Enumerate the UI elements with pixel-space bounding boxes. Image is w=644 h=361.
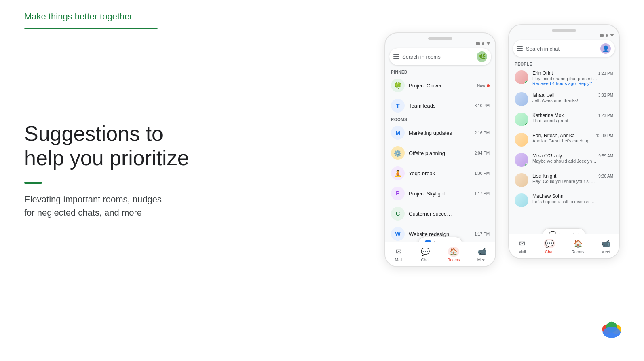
nav-meet-rooms[interactable]: 📹 Meet — [477, 247, 487, 262]
list-item-offsite[interactable]: ⚙️ Offsite planning 2:04 PM — [385, 143, 495, 163]
avatar-jeff — [515, 92, 528, 106]
rooms-search-text[interactable]: Search in rooms — [402, 54, 473, 60]
rooms-search-bar[interactable]: Search in rooms 🌿 — [389, 48, 491, 65]
rooms-bottom-nav: ✉ Mail 💬 Chat 🏠 Rooms 📹 Meet — [385, 242, 495, 266]
phone-status-right — [509, 32, 619, 37]
mika-name: Mika O'Grady — [532, 153, 562, 159]
list-item-yoga[interactable]: 🧘 Yoga break 1:30 PM — [385, 163, 495, 183]
marketing-time: 2:16 PM — [475, 131, 490, 135]
avatar-erin — [515, 70, 528, 84]
skylight-icon: P — [391, 187, 405, 200]
yoga-icon: 🧘 — [391, 166, 405, 180]
katherine-msg: That sounds great — [532, 118, 597, 123]
main-heading: Suggestions to help you prioritize — [24, 122, 226, 170]
earl-name: Earl, Ritesh, Annika — [532, 133, 575, 138]
chat-content: PEOPLE Erin Orint 1:23 PM Hey, mind shar… — [509, 60, 619, 259]
status-tri — [486, 42, 490, 45]
skylight-info: Project Skylight — [409, 191, 471, 197]
nav-meet-label-chat: Meet — [601, 250, 610, 254]
clover-info: Project Clover — [409, 83, 473, 89]
status-dot-r — [606, 34, 608, 37]
team-leads-info: Team leads — [409, 103, 471, 109]
person-katherine[interactable]: Katherine Mok 1:23 PM That sounds great — [509, 109, 619, 130]
lisa-time: 9:36 AM — [598, 174, 613, 178]
erin-cta[interactable]: Received 4 hours ago. Reply? — [532, 81, 613, 86]
nav-chat-active[interactable]: 💬 Chat — [544, 239, 555, 254]
clover-name: Project Clover — [409, 83, 473, 89]
hamburger-icon[interactable] — [393, 54, 399, 59]
nav-chat-label-rooms: Chat — [421, 258, 430, 262]
person-matthew[interactable]: Matthew Sohn Let's hop on a call to disc… — [509, 190, 619, 210]
green-line — [24, 28, 158, 29]
skylight-name: Project Skylight — [409, 191, 471, 197]
earl-info: Earl, Ritesh, Annika 12:03 PM Annika: Gr… — [532, 133, 613, 143]
yoga-info: Yoga break — [409, 170, 471, 176]
nav-chat-label-active: Chat — [545, 250, 553, 254]
customer-info: Customer succe… — [409, 211, 490, 217]
list-item-team-leads[interactable]: T Team leads 3:10 PM — [385, 96, 495, 116]
chat-icon-rooms: 💬 — [420, 247, 430, 257]
nav-mail-label-rooms: Mail — [395, 258, 402, 262]
nav-rooms-active[interactable]: 🏠 Rooms — [447, 247, 460, 262]
hamburger-icon-right[interactable] — [517, 46, 523, 51]
katherine-time: 1:23 PM — [598, 113, 613, 118]
chat-search-text[interactable]: Search in chat — [526, 46, 597, 52]
nav-rooms-label: Rooms — [447, 258, 460, 262]
team-leads-name: Team leads — [409, 103, 471, 109]
website-name: Website redesign — [409, 231, 471, 237]
google-logo — [600, 316, 624, 341]
person-erin[interactable]: Erin Orint 1:23 PM Hey, mind sharing tha… — [509, 67, 619, 89]
avatar-matthew — [515, 193, 528, 207]
nav-chat-rooms[interactable]: 💬 Chat — [420, 247, 430, 262]
chat-search-bar[interactable]: Search in chat 👤 — [513, 40, 615, 57]
heading-line2: help you prioritize — [24, 146, 189, 170]
nav-meet-chat[interactable]: 📹 Meet — [601, 239, 610, 254]
list-item-marketing[interactable]: M Marketing updates 2:16 PM — [385, 123, 495, 143]
user-avatar-chat[interactable]: 👤 — [600, 43, 611, 54]
jeff-info: Ishaa, Jeff 3:32 PM Jeff: Awesome, thank… — [532, 92, 613, 103]
offsite-info: Offsite planning — [409, 150, 471, 156]
list-item-customer[interactable]: C Customer succe… — [385, 204, 495, 224]
rooms-content: PINNED 🍀 Project Clover Now T Team leads… — [385, 68, 495, 267]
person-jeff[interactable]: Ishaa, Jeff 3:32 PM Jeff: Awesome, thank… — [509, 89, 619, 109]
lisa-info: Lisa Knight 9:36 AM Hey! Could you share… — [532, 173, 613, 184]
avatar-earl — [515, 133, 528, 147]
phone-status-left — [385, 40, 495, 45]
offsite-name: Offsite planning — [409, 150, 471, 156]
offsite-time: 2:04 PM — [475, 151, 490, 155]
chat-icon-active: 💬 — [544, 239, 555, 248]
clover-time: Now — [477, 83, 485, 88]
mika-time: 9:59 AM — [598, 154, 613, 158]
meet-icon-chat: 📹 — [601, 239, 610, 248]
nav-mail-rooms[interactable]: ✉ Mail — [394, 247, 403, 262]
person-lisa[interactable]: Lisa Knight 9:36 AM Hey! Could you share… — [509, 170, 619, 190]
list-item-project-clover[interactable]: 🍀 Project Clover Now — [385, 75, 495, 96]
person-mika[interactable]: Mika O'Grady 9:59 AM Maybe we should add… — [509, 150, 619, 170]
erin-time: 1:23 PM — [598, 71, 613, 76]
earl-time: 12:03 PM — [596, 134, 613, 138]
matthew-msg: Let's hop on a call to discuss the preen… — [532, 199, 597, 204]
matthew-info: Matthew Sohn Let's hop on a call to disc… — [532, 193, 613, 204]
marketing-info: Marketing updates — [409, 130, 471, 136]
lisa-msg: Hey! Could you share your slides? — [532, 179, 597, 184]
nav-rooms-chat[interactable]: 🏠 Rooms — [572, 239, 585, 254]
user-avatar-rooms[interactable]: 🌿 — [477, 51, 487, 62]
avatar-mika — [515, 153, 528, 167]
katherine-info: Katherine Mok 1:23 PM That sounds great — [532, 113, 613, 123]
website-time: 1:17 PM — [475, 232, 490, 236]
pinned-label: PINNED — [385, 68, 495, 75]
yoga-time: 1:30 PM — [475, 171, 490, 176]
earl-msg: Annika: Great. Let's catch up soon! — [532, 138, 597, 143]
nav-rooms-label-chat: Rooms — [572, 250, 585, 254]
person-earl[interactable]: Earl, Ritesh, Annika 12:03 PM Annika: Gr… — [509, 130, 619, 150]
nav-mail-chat[interactable]: ✉ Mail — [517, 239, 527, 254]
svg-point-4 — [603, 327, 620, 338]
offsite-icon: ⚙️ — [391, 146, 405, 160]
status-dot — [482, 42, 484, 45]
list-item-skylight[interactable]: P Project Skylight 1:17 PM — [385, 183, 495, 204]
green-dash — [24, 182, 42, 184]
tagline: Make things better together — [24, 11, 226, 22]
unread-dot — [487, 84, 490, 87]
clover-icon: 🍀 — [391, 79, 405, 92]
erin-info: Erin Orint 1:23 PM Hey, mind sharing tha… — [532, 70, 613, 86]
